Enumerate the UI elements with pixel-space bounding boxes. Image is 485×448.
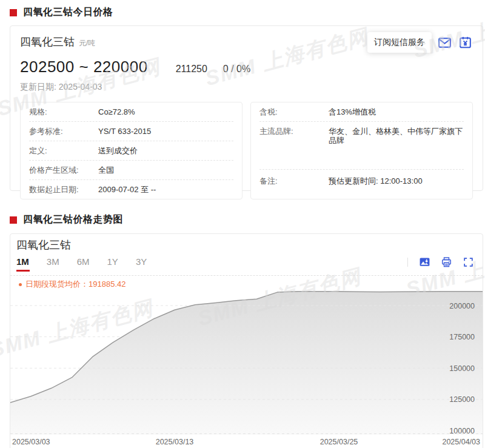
chart-legend: 日期段现货均价：191885.42 <box>10 276 483 289</box>
svg-text:150000: 150000 <box>449 364 475 373</box>
chart-tabs-row: 1M 3M 6M 1Y 3Y <box>10 256 483 276</box>
product-name: 四氧化三钴 <box>20 36 75 48</box>
price-change: 0 / 0% <box>223 64 250 75</box>
svg-text:200000: 200000 <box>449 302 475 310</box>
row-value: 2009-07-02 至 -- <box>98 185 233 194</box>
today-price-heading: 四氧化三钴今日价格 <box>23 6 113 19</box>
mail-icon <box>437 35 452 50</box>
row-value: Co≥72.8% <box>98 107 233 116</box>
tab-1y[interactable]: 1Y <box>107 256 118 272</box>
section-heading-trend: 四氧化三钴价格走势图 <box>0 207 485 226</box>
price-range: 202500 ~ 220000 <box>20 58 148 76</box>
row-value: 含13%增值税 <box>329 107 464 116</box>
row-label: 参考标准: <box>29 127 98 136</box>
svg-text:100000: 100000 <box>449 427 475 435</box>
price-card: 四氧化三钴元/吨 订阅短信服务 <box>10 25 483 191</box>
fullscreen-button[interactable] <box>463 256 474 268</box>
tab-6m[interactable]: 6M <box>77 256 90 272</box>
smm-price-page: 四氧化三钴今日价格 四氧化三钴元/吨 订阅短信服务 <box>0 0 485 448</box>
x-axis-label: 2025/03/03 <box>12 438 50 446</box>
row-label: 备注: <box>259 176 329 186</box>
unit-label: 元/吨 <box>79 39 95 47</box>
chart-card: 四氧化三钴 1M 3M 6M 1Y 3Y <box>10 233 483 448</box>
tab-3y[interactable]: 3Y <box>136 256 147 272</box>
table-row-definition: 定义: 送到成交价 <box>29 141 233 161</box>
sms-subscribe-tooltip: 订阅短信服务 <box>367 32 432 53</box>
table-row-region: 价格产生区域: 全国 <box>29 161 233 180</box>
legend-label: 日期段现货均价：191885.42 <box>25 279 125 290</box>
x-axis-labels: 2025/03/03 2025/03/13 2025/03/25 2025/04… <box>10 435 483 448</box>
table-row-brands: 主流品牌: 华友、金川、格林美、中伟等厂家旗下品牌 <box>259 122 464 170</box>
x-axis-label: 2025/03/13 <box>156 438 194 446</box>
chart-title: 四氧化三钴 <box>16 239 483 251</box>
spec-table-right: 含税: 含13%增值税 主流品牌: 华友、金川、格林美、中伟等厂家旗下品牌 备注… <box>250 102 473 199</box>
price-trend-chart[interactable]: 100000125000150000175000200000 2025/03/0… <box>10 289 483 448</box>
table-row-spec: 规格: Co≥72.8% <box>29 102 233 122</box>
row-label: 价格产生区域: <box>29 165 98 175</box>
section-heading-today: 四氧化三钴今日价格 <box>0 0 485 19</box>
price-subscribe-button[interactable] <box>458 35 473 50</box>
tab-1m[interactable]: 1M <box>16 256 29 272</box>
row-value: 全国 <box>98 165 233 175</box>
image-download-icon <box>419 256 430 268</box>
row-value: 送到成交价 <box>98 146 233 155</box>
table-row-standard: 参考标准: YS/T 633-2015 <box>29 122 233 141</box>
svg-text:175000: 175000 <box>449 333 475 341</box>
table-row-daterange: 数据起止日期: 2009-07-02 至 -- <box>29 180 233 199</box>
row-label: 规格: <box>29 107 98 116</box>
row-label: 主流品牌: <box>259 127 329 136</box>
svg-text:125000: 125000 <box>449 395 475 404</box>
table-row-remark: 备注: 预估更新时间: 12:00-13:00 <box>259 170 464 190</box>
printer-icon <box>441 256 452 268</box>
fullscreen-icon <box>463 256 474 268</box>
row-value: YS/T 633-2015 <box>98 127 233 136</box>
x-axis-label: 2025/03/25 <box>320 438 358 446</box>
red-square-bullet <box>10 216 17 224</box>
row-label: 定义: <box>29 146 98 155</box>
product-title: 四氧化三钴元/吨 <box>20 32 95 49</box>
trend-chart-heading: 四氧化三钴价格走势图 <box>23 213 123 226</box>
chart-toolbar <box>407 256 474 272</box>
toolbar-divider <box>407 258 408 267</box>
price-average: 211250 <box>176 64 207 75</box>
legend-dot-icon <box>19 283 22 286</box>
x-axis-label: 2025/04/03 <box>442 438 480 446</box>
save-image-button[interactable] <box>419 256 430 268</box>
table-row-tax: 含税: 含13%增值税 <box>259 102 464 122</box>
tab-3m[interactable]: 3M <box>47 256 59 272</box>
update-date: 更新日期: 2025-04-03 <box>20 82 473 93</box>
print-button[interactable] <box>441 256 452 268</box>
spec-table-left: 规格: Co≥72.8% 参考标准: YS/T 633-2015 定义: 送到成… <box>20 102 242 199</box>
red-square-bullet <box>10 9 17 16</box>
row-value: 预估更新时间: 12:00-13:00 <box>329 176 464 186</box>
row-label: 数据起止日期: <box>29 185 98 194</box>
yen-calendar-icon <box>458 35 473 50</box>
row-label: 含税: <box>259 107 329 116</box>
sms-subscribe-button[interactable] <box>437 35 452 50</box>
area-chart-canvas[interactable]: 100000125000150000175000200000 <box>10 289 483 435</box>
row-value: 华友、金川、格林美、中伟等厂家旗下品牌 <box>329 127 464 145</box>
